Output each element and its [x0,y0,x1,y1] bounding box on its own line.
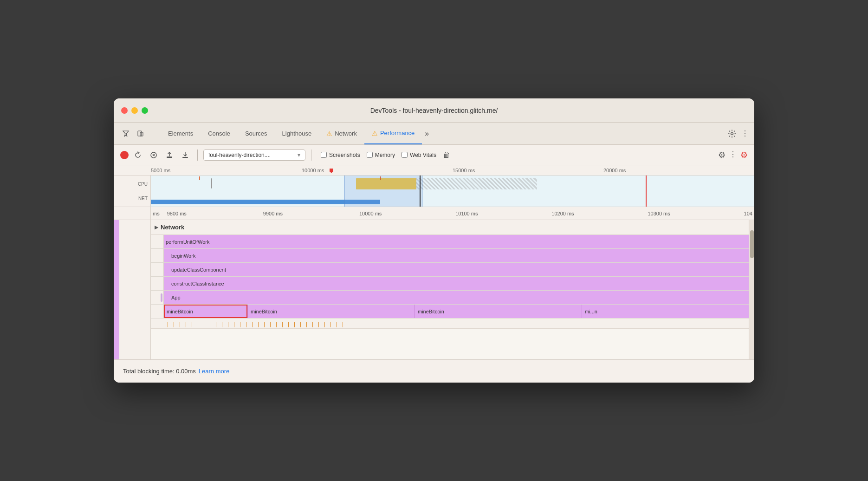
cpu-label: CPU [117,182,148,187]
toolbar-right: ⋮ [725,127,749,140]
mine-block-2[interactable]: mineBitcoin [247,305,415,318]
svg-rect-6 [167,157,172,158]
inspector-icon[interactable] [119,127,132,140]
web-vitals-checkbox[interactable]: Web Vitals [402,152,436,158]
empty-area [151,329,749,357]
svg-rect-0 [138,131,142,136]
clear-button[interactable]: 🗑 [443,151,450,159]
maximize-button[interactable] [142,107,148,114]
tr-ms: ms [153,211,160,216]
tick-20 [282,322,283,327]
screenshots-checkbox[interactable]: Screenshots [321,152,360,158]
tr-104: 104 [744,211,754,216]
url-text: foul-heavenly-direction.... [208,152,271,158]
record-bar: foul-heavenly-direction.... ▾ Screenshot… [114,145,754,165]
cpu-bar-small [211,178,212,188]
flame-chart: ▶ Network performUnitOfWork beginWork [151,220,749,359]
construct-class-cell[interactable]: constructClassInstance [164,277,749,290]
mine-block-4[interactable]: mi...n [582,305,749,318]
tr-9900: 9900 ms [263,211,359,216]
tab-bar: Elements Console Sources Lighthouse ⚠ Ne… [114,123,754,145]
tab-sources[interactable]: Sources [238,123,275,144]
kebab-menu-button[interactable]: ⋮ [741,129,749,138]
tick-13 [240,322,240,327]
tick-23 [300,322,301,327]
tick-25 [312,322,313,327]
flame-row-updateclasscomponent: updateClassComponent [151,263,749,277]
tick-row [151,318,749,329]
timeline-overview[interactable]: 5000 ms 10000 ms 15000 ms 20000 ms CPU N… [114,165,754,207]
red-settings-icon[interactable]: ⚙ [740,150,748,160]
settings-gear-icon[interactable]: ⚙ [718,150,725,160]
tick-17 [264,322,265,327]
tick-19 [276,322,277,327]
flame-row-minebitcoin: mineBitcoin mineBitcoin mineBitcoin mi..… [151,305,749,318]
tab-performance[interactable]: ⚠ Performance [364,123,422,144]
titlebar: DevTools - foul-heavenly-direction.glitc… [114,98,754,123]
kebab-menu2-button[interactable]: ⋮ [729,150,737,160]
tick-14 [246,322,246,327]
mine-bitcoin-blocks: mineBitcoin mineBitcoin mi...n [247,305,749,318]
minimize-button[interactable] [131,107,138,114]
network-section-row[interactable]: ▶ Network [151,220,749,235]
device-icon[interactable] [134,127,147,140]
stop-button[interactable] [147,149,160,162]
reload-record-button[interactable] [131,149,144,162]
tick-16 [258,322,259,327]
tick-4 [186,322,186,327]
timeline-selection[interactable] [344,176,422,207]
mine-bitcoin-highlighted-cell[interactable]: mineBitcoin [164,305,247,318]
tr-10100: 10100 ms [455,211,551,216]
tick-8 [210,322,210,327]
tick-28 [330,322,331,327]
vertical-scrollbar[interactable] [749,220,754,359]
tick-27 [324,322,325,327]
close-button[interactable] [121,107,128,114]
separator [152,128,152,139]
tick-3 [180,322,180,327]
tab-elements[interactable]: Elements [161,123,201,144]
record-button[interactable] [120,151,129,159]
upload-button[interactable] [163,149,176,162]
expand-arrow-icon[interactable]: ▶ [155,225,158,230]
learn-more-link[interactable]: Learn more [199,368,229,375]
ruler-15000: 15000 ms [453,168,603,173]
checkbox-group: Screenshots Memory Web Vitals [321,152,436,158]
network-label: Network [161,224,184,231]
ruler-5000: 5000 ms [151,168,302,173]
memory-checkbox[interactable]: Memory [367,152,395,158]
url-selector[interactable]: foul-heavenly-direction.... ▾ [203,150,305,161]
perform-unit-cell[interactable]: performUnitOfWork [164,235,749,248]
settings-icon[interactable] [725,127,738,140]
download-button[interactable] [179,149,192,162]
playhead-black [420,176,421,207]
more-tabs-button[interactable]: » [422,130,432,138]
left-color-bar [114,220,119,359]
tabs-container: Elements Console Sources Lighthouse ⚠ Ne… [157,123,720,144]
tick-30 [343,322,343,327]
window-title: DevTools - foul-heavenly-direction.glitc… [370,107,498,114]
traffic-lights [121,107,148,114]
svg-rect-7 [182,157,188,158]
flame-row-beginwork: beginWork [151,249,749,263]
mine-block-3[interactable]: mineBitcoin [415,305,582,318]
ruler-20000: 20000 ms [603,168,754,173]
scrollbar-thumb[interactable] [750,230,754,258]
status-bar: Total blocking time: 0.00ms Learn more [114,359,754,383]
playhead-red [646,176,647,207]
tick-5 [192,322,192,327]
update-class-cell[interactable]: updateClassComponent [164,263,749,276]
tick-24 [306,322,307,327]
tab-console[interactable]: Console [201,123,238,144]
flame-row-constructclassinstance: constructClassInstance [151,277,749,291]
dropdown-arrow-icon: ▾ [298,152,300,158]
tab-network[interactable]: ⚠ Network [319,123,364,144]
app-cell[interactable]: App [164,291,749,304]
tick-7 [204,322,204,327]
left-sidebar [114,220,151,359]
performance-warning-icon: ⚠ [372,130,378,137]
begin-work-cell[interactable]: beginWork [164,249,749,262]
tr-10200: 10200 ms [551,211,648,216]
tab-lighthouse[interactable]: Lighthouse [275,123,319,144]
tick-9 [216,322,216,327]
